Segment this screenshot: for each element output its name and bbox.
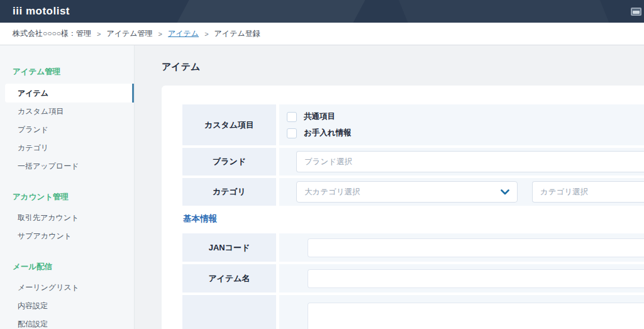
major-category-select[interactable]: 大カテゴリ選択	[296, 181, 518, 203]
form-row-category: カテゴリ 大カテゴリ選択	[182, 178, 644, 206]
care-info-checkbox-label: お手入れ情報	[304, 128, 352, 138]
sidebar-item-content-settings[interactable]: 内容設定	[0, 297, 134, 315]
breadcrumb-item-register: アイテム登録	[214, 28, 260, 39]
description-label	[182, 295, 276, 329]
breadcrumb-separator: >	[158, 30, 162, 38]
main-content: アイテム カスタム項目 共通項目 お手入れ情報	[135, 45, 644, 329]
basic-info-heading: 基本情報	[183, 213, 644, 225]
sidebar: アイテム管理 アイテム カスタム項目 ブランド カテゴリ 一括アップロード アカ…	[0, 45, 135, 329]
sidebar-section-title: アイテム管理	[0, 67, 134, 77]
item-name-input[interactable]	[308, 269, 644, 288]
sidebar-section-title: メール配信	[0, 262, 134, 272]
window-icon[interactable]	[631, 8, 641, 16]
breadcrumb-separator: >	[204, 30, 208, 38]
form-row-custom-fields: カスタム項目 共通項目 お手入れ情報	[182, 104, 644, 145]
common-fields-checkbox[interactable]	[287, 112, 297, 122]
item-name-label: アイテム名	[182, 264, 276, 293]
checkbox-row-care-info[interactable]: お手入れ情報	[287, 128, 352, 138]
checkbox-row-common-fields[interactable]: 共通項目	[287, 111, 352, 122]
sub-category-select-input[interactable]	[532, 181, 644, 203]
breadcrumb-separator: >	[97, 30, 101, 38]
sidebar-section-account-management: アカウント管理 取引先アカウント サブアカウント	[0, 192, 134, 245]
sidebar-section-mail-delivery: メール配信 メーリングリスト 内容設定 配信設定	[0, 262, 134, 329]
header-decoration	[394, 0, 613, 23]
sidebar-section-item-management: アイテム管理 アイテム カスタム項目 ブランド カテゴリ 一括アップロード	[0, 67, 134, 176]
chevron-down-icon	[501, 189, 509, 195]
jan-code-label: JANコード	[182, 233, 276, 262]
item-form-card: カスタム項目 共通項目 お手入れ情報	[162, 86, 644, 329]
sidebar-item-category[interactable]: カテゴリ	[0, 139, 134, 157]
top-header: iii motolist	[0, 0, 644, 23]
breadcrumb-item-management: アイテム管理	[106, 28, 152, 39]
form-row-jan-code: JANコード	[182, 233, 644, 262]
category-label: カテゴリ	[182, 178, 276, 206]
breadcrumb-item-link[interactable]: アイテム	[168, 28, 199, 39]
sidebar-item-client-accounts[interactable]: 取引先アカウント	[0, 209, 134, 227]
page-title: アイテム	[162, 61, 644, 73]
custom-fields-label: カスタム項目	[182, 104, 276, 145]
form-row-description	[182, 295, 644, 329]
brand-label: ブランド	[182, 148, 276, 176]
jan-code-input[interactable]	[308, 238, 644, 257]
app-window: iii motolist 株式会社○○○○様：管理 > アイテム管理 > アイテ…	[0, 0, 644, 329]
sidebar-item-custom-fields[interactable]: カスタム項目	[0, 103, 134, 121]
sidebar-item-items[interactable]: アイテム	[5, 84, 134, 103]
sidebar-section-title: アカウント管理	[0, 192, 134, 203]
motolist-logo: iii motolist	[0, 5, 70, 18]
form-row-brand: ブランド	[182, 148, 644, 176]
sidebar-item-delivery-settings[interactable]: 配信設定	[0, 315, 134, 329]
common-fields-checkbox-label: 共通項目	[304, 111, 335, 122]
breadcrumb: 株式会社○○○○様：管理 > アイテム管理 > アイテム > アイテム登録	[0, 23, 644, 45]
breadcrumb-company-admin: 株式会社○○○○様：管理	[13, 28, 91, 39]
brand-select-input[interactable]	[296, 151, 644, 172]
form-row-item-name: アイテム名	[182, 264, 644, 293]
description-textarea[interactable]	[308, 303, 644, 329]
sidebar-item-brand[interactable]: ブランド	[0, 121, 134, 139]
care-info-checkbox[interactable]	[287, 128, 297, 138]
sidebar-item-sub-accounts[interactable]: サブアカウント	[0, 227, 134, 245]
major-category-select-placeholder: 大カテゴリ選択	[304, 187, 360, 198]
header-decoration	[172, 0, 369, 23]
sidebar-item-mailing-list[interactable]: メーリングリスト	[0, 279, 134, 297]
sidebar-item-bulk-upload[interactable]: 一括アップロード	[0, 157, 134, 176]
